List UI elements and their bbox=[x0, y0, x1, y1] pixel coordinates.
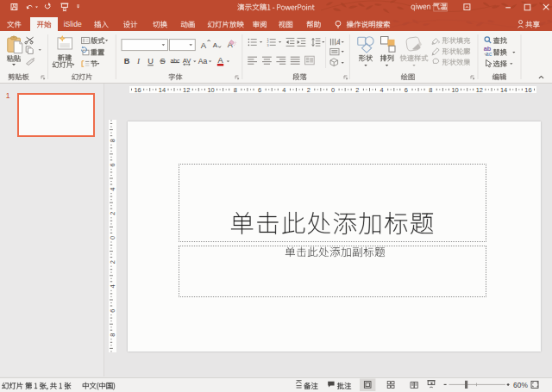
svg-text:2: 2 bbox=[109, 212, 116, 215]
svg-text:6: 6 bbox=[405, 86, 408, 94]
svg-text:3: 3 bbox=[267, 44, 268, 47]
svg-text:ac: ac bbox=[486, 51, 492, 57]
svg-text:4: 4 bbox=[109, 284, 116, 288]
svg-text:4: 4 bbox=[380, 86, 384, 94]
svg-text:16: 16 bbox=[524, 86, 531, 94]
svg-text:8: 8 bbox=[109, 139, 116, 142]
svg-text:6: 6 bbox=[109, 163, 116, 166]
svg-text:iSlide: iSlide bbox=[64, 20, 82, 28]
svg-text:60%: 60% bbox=[513, 381, 528, 389]
svg-text:12: 12 bbox=[183, 86, 190, 94]
svg-text:10: 10 bbox=[207, 86, 214, 94]
svg-text:A: A bbox=[201, 40, 207, 50]
svg-text:0: 0 bbox=[331, 86, 335, 94]
svg-text:8: 8 bbox=[234, 86, 237, 94]
svg-text:14: 14 bbox=[500, 86, 507, 94]
svg-text:A: A bbox=[213, 41, 218, 49]
svg-text:6: 6 bbox=[109, 309, 116, 313]
svg-text:2: 2 bbox=[307, 86, 310, 94]
svg-text:16: 16 bbox=[134, 86, 141, 94]
svg-text:12: 12 bbox=[476, 86, 483, 94]
svg-text:AV: AV bbox=[183, 57, 192, 65]
svg-text:4: 4 bbox=[282, 86, 285, 94]
svg-text:2: 2 bbox=[109, 260, 116, 264]
svg-text:0: 0 bbox=[109, 236, 116, 240]
svg-text:2: 2 bbox=[355, 86, 359, 94]
svg-text:8: 8 bbox=[109, 333, 116, 337]
svg-text:10: 10 bbox=[451, 86, 458, 94]
svg-text:U: U bbox=[147, 57, 154, 65]
svg-text:I: I bbox=[136, 57, 141, 65]
svg-text:A: A bbox=[217, 56, 223, 65]
svg-text:6: 6 bbox=[258, 86, 261, 94]
svg-text:4: 4 bbox=[109, 188, 116, 191]
svg-text:B: B bbox=[124, 57, 130, 65]
svg-text:14: 14 bbox=[159, 86, 166, 94]
svg-text:1: 1 bbox=[6, 91, 10, 100]
svg-text:Aa: Aa bbox=[198, 57, 208, 65]
svg-text:8: 8 bbox=[429, 86, 432, 94]
